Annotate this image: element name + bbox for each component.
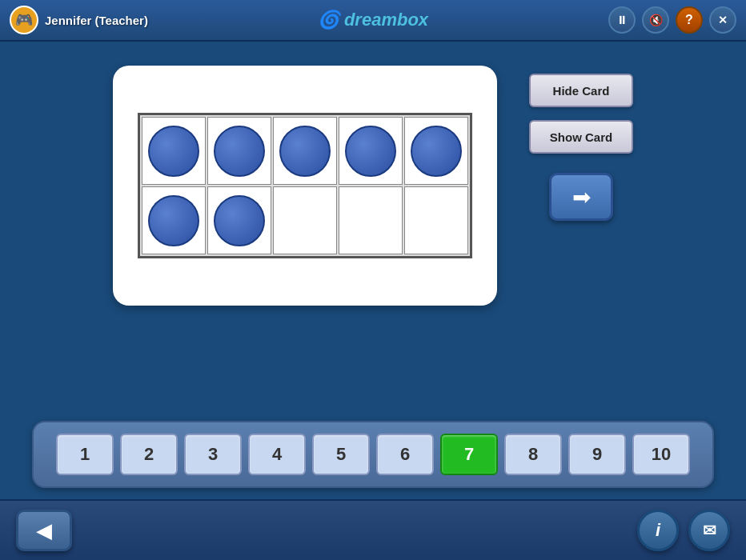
dot-3 <box>279 126 331 177</box>
logo-area: 🌀 dreambox <box>318 10 428 30</box>
bottom-bar: ◀ i ✉ <box>0 499 746 560</box>
dreambox-logo-icon: 🌀 <box>318 10 339 30</box>
dot-2 <box>214 126 265 177</box>
bottom-right-controls: i ✉ <box>637 510 730 551</box>
cell-8 <box>273 186 337 254</box>
info-button[interactable]: i <box>637 510 679 551</box>
dreambox-logo-text: dreambox <box>344 10 428 30</box>
user-name: Jennifer (Teacher) <box>45 14 148 27</box>
top-controls: ⏸ 🔇 ? ✕ <box>608 6 736 34</box>
avatar: 🎮 <box>10 6 38 34</box>
ten-frame-card <box>113 66 497 306</box>
number-selector-area: 1 2 3 4 5 6 7 8 9 10 <box>32 421 714 488</box>
close-button[interactable]: ✕ <box>709 6 736 34</box>
number-7[interactable]: 7 <box>440 434 498 475</box>
cell-7 <box>207 186 271 254</box>
help-icon: ? <box>685 13 693 27</box>
number-row: 1 2 3 4 5 6 7 8 9 10 <box>50 434 696 475</box>
cell-10 <box>404 186 468 254</box>
info-icon: i <box>656 520 660 541</box>
number-5[interactable]: 5 <box>312 434 370 475</box>
cell-9 <box>339 186 403 254</box>
dot-6 <box>148 195 199 246</box>
back-arrow-icon: ◀ <box>36 518 52 543</box>
number-6[interactable]: 6 <box>376 434 434 475</box>
hide-card-button[interactable]: Hide Card <box>529 74 633 107</box>
message-button[interactable]: ✉ <box>688 510 730 551</box>
number-8[interactable]: 8 <box>504 434 562 475</box>
number-4[interactable]: 4 <box>248 434 306 475</box>
pause-button[interactable]: ⏸ <box>608 6 636 34</box>
mail-icon: ✉ <box>703 521 716 540</box>
main-content: Hide Card Show Card ➡ <box>0 42 746 322</box>
cell-6 <box>142 186 206 254</box>
dot-5 <box>411 126 462 177</box>
user-info: 🎮 Jennifer (Teacher) <box>10 6 148 34</box>
number-1[interactable]: 1 <box>56 434 114 475</box>
next-arrow-icon: ➡ <box>572 184 591 210</box>
cell-3 <box>273 117 337 185</box>
number-10[interactable]: 10 <box>632 434 690 475</box>
help-button[interactable]: ? <box>676 6 703 34</box>
back-button[interactable]: ◀ <box>16 510 72 551</box>
number-9[interactable]: 9 <box>568 434 626 475</box>
cell-2 <box>207 117 271 185</box>
mute-button[interactable]: 🔇 <box>642 6 669 34</box>
dot-7 <box>214 195 265 246</box>
top-bar: 🎮 Jennifer (Teacher) 🌀 dreambox ⏸ 🔇 ? ✕ <box>0 0 746 42</box>
next-button[interactable]: ➡ <box>549 173 613 221</box>
ten-frame-grid <box>138 113 472 258</box>
right-panel: Hide Card Show Card ➡ <box>529 74 633 221</box>
cell-1 <box>142 117 206 185</box>
number-selector-background: 1 2 3 4 5 6 7 8 9 10 <box>32 421 714 488</box>
show-card-button[interactable]: Show Card <box>529 120 633 154</box>
number-3[interactable]: 3 <box>184 434 242 475</box>
dot-1 <box>148 126 199 177</box>
cell-5 <box>404 117 468 185</box>
dot-4 <box>345 126 396 177</box>
number-2[interactable]: 2 <box>120 434 178 475</box>
cell-4 <box>339 117 403 185</box>
